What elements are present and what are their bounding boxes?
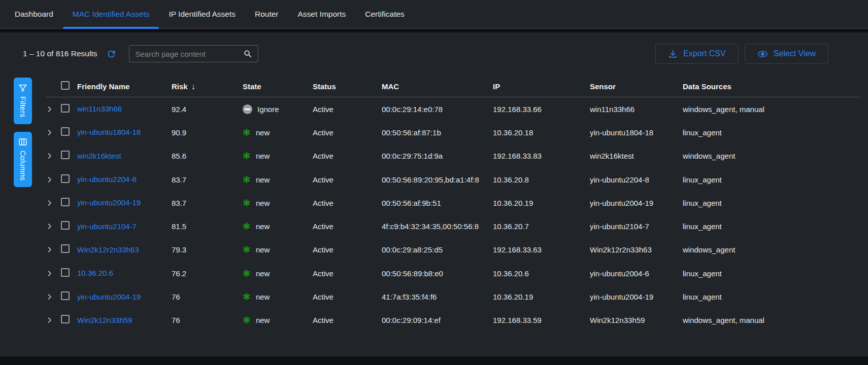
sort-descending-icon[interactable]: ↓	[191, 82, 195, 91]
friendly-name-link[interactable]: yin-ubuntu2004-19	[77, 293, 141, 301]
expand-row-chevron-icon[interactable]	[46, 316, 61, 324]
row-checkbox[interactable]	[61, 198, 70, 206]
data-sources-value: windows_agent, manual	[683, 316, 861, 324]
table-row: yin-ubuntu2004-19 83.7 ✱ new Active 00:5…	[46, 191, 861, 214]
row-checkbox[interactable]	[61, 244, 70, 253]
new-state-icon: ✱	[243, 269, 251, 278]
tab-router[interactable]: Router	[245, 0, 288, 28]
tab-certificates[interactable]: Certificates	[355, 0, 414, 28]
ip-value: 10.36.20.19	[493, 293, 590, 301]
expand-row-chevron-icon[interactable]	[46, 223, 61, 230]
friendly-name-link[interactable]: win2k16ktest	[77, 152, 121, 160]
friendly-name-link[interactable]: yin-ubuntu1804-18	[77, 128, 141, 136]
state-label: new	[256, 128, 270, 137]
row-checkbox[interactable]	[61, 174, 70, 183]
export-csv-label: Export CSV	[683, 49, 726, 58]
friendly-name-link[interactable]: Win2k12r2n33h63	[77, 245, 139, 254]
friendly-name-link[interactable]: yin-ubuntu2104-7	[77, 222, 137, 231]
data-sources-value: windows_agent	[683, 152, 861, 160]
columns-button[interactable]: Columns	[14, 132, 32, 187]
expand-row-chevron-icon[interactable]	[46, 246, 61, 253]
friendly-name-link[interactable]: Win2k12n33h59	[77, 316, 132, 324]
new-state-icon: ✱	[243, 315, 251, 325]
table-row: yin-ubuntu2004-19 76 ✱ new Active 41:7a:…	[46, 285, 861, 308]
row-checkbox[interactable]	[61, 221, 70, 230]
expand-row-chevron-icon[interactable]	[46, 270, 61, 277]
friendly-name-link[interactable]: yin-ubuntu2204-8	[77, 175, 137, 184]
status-value: Active	[313, 245, 382, 254]
column-header-data-sources[interactable]: Data Sources	[683, 82, 861, 91]
row-checkbox[interactable]	[61, 268, 70, 277]
select-all-checkbox[interactable]	[61, 81, 70, 90]
export-csv-button[interactable]: Export CSV	[655, 44, 739, 64]
search-box[interactable]	[129, 45, 258, 62]
mac-value: 00:50:56:af:87:1b	[382, 128, 493, 137]
toolbar: 1 – 10 of 816 Results Export CSV	[0, 32, 868, 64]
row-checkbox[interactable]	[61, 315, 70, 323]
risk-value: 85.6	[172, 152, 243, 160]
tab-asset-imports[interactable]: Asset Imports	[288, 0, 356, 28]
eye-icon	[757, 49, 768, 59]
ip-value: 192.168.33.59	[493, 316, 590, 324]
expand-row-chevron-icon[interactable]	[46, 105, 61, 113]
expand-row-chevron-icon[interactable]	[46, 129, 61, 136]
mac-value: 00:50:56:af:9b:51	[382, 199, 493, 207]
ip-value: 10.36.20.18	[493, 128, 590, 137]
column-header-state[interactable]: State	[243, 82, 313, 91]
status-value: Active	[313, 105, 382, 114]
friendly-name-link[interactable]: 10.36.20.6	[77, 269, 113, 277]
tab-mac-identified-assets[interactable]: MAC Identified Assets	[63, 0, 159, 28]
mac-value: 41:7a:f3:35:f4:f6	[382, 293, 493, 301]
new-state-icon: ✱	[243, 245, 251, 254]
row-checkbox[interactable]	[61, 291, 70, 300]
select-view-button[interactable]: Select View	[745, 44, 828, 64]
side-rail: Filters Columns	[14, 78, 32, 187]
search-icon[interactable]	[243, 49, 253, 59]
expand-row-chevron-icon[interactable]	[46, 293, 61, 301]
risk-value: 79.3	[172, 245, 243, 254]
content-panel: 1 – 10 of 816 Results Export CSV	[0, 32, 868, 356]
ip-value: 192.168.33.66	[493, 105, 590, 114]
tab-dashboard[interactable]: Dashboard	[5, 0, 63, 28]
state-label: new	[256, 152, 270, 160]
column-header-friendly-name[interactable]: Friendly Name	[77, 82, 172, 91]
mac-value: 4f:c9:b4:32:34:35,00:50:56:8	[382, 222, 493, 231]
expand-row-chevron-icon[interactable]	[46, 176, 61, 184]
status-value: Active	[313, 152, 382, 160]
sensor-value: Win2k12n33h59	[590, 316, 683, 324]
search-input[interactable]	[129, 50, 243, 58]
column-header-risk[interactable]: Risk↓	[172, 82, 243, 91]
refresh-icon[interactable]	[106, 48, 118, 60]
filters-button[interactable]: Filters	[14, 78, 32, 124]
tab-ip-identified-assets[interactable]: IP Identified Assets	[159, 0, 245, 28]
column-header-sensor[interactable]: Sensor	[590, 82, 683, 91]
friendly-name-link[interactable]: win11n33h66	[77, 104, 122, 113]
risk-value: 83.7	[172, 199, 243, 207]
data-sources-value: linux_agent	[683, 269, 861, 278]
row-checkbox[interactable]	[61, 151, 70, 159]
friendly-name-link[interactable]: yin-ubuntu2004-19	[77, 198, 141, 207]
ip-value: 192.168.33.83	[493, 152, 590, 160]
table-header-row: Friendly Name Risk↓ State Status MAC IP …	[46, 76, 861, 97]
risk-value: 83.7	[172, 175, 243, 184]
expand-row-chevron-icon[interactable]	[46, 152, 61, 160]
ip-value: 10.36.20.6	[493, 269, 590, 278]
status-value: Active	[313, 316, 382, 324]
mac-value: 00:0c:29:75:1d:9a	[382, 152, 493, 160]
expand-row-chevron-icon[interactable]	[46, 199, 61, 207]
row-checkbox[interactable]	[61, 127, 70, 136]
data-sources-value: linux_agent	[683, 293, 861, 301]
sensor-value: win11n33h66	[590, 105, 683, 114]
mac-value: 00:0c:29:a8:25:d5	[382, 245, 493, 254]
sensor-value: yin-ubuntu2004-6	[590, 269, 683, 278]
column-header-ip[interactable]: IP	[493, 82, 590, 91]
column-header-status[interactable]: Status	[313, 82, 382, 91]
ip-value: 10.36.20.19	[493, 199, 590, 207]
state-label: new	[256, 245, 270, 254]
column-header-mac[interactable]: MAC	[382, 82, 493, 91]
status-value: Active	[313, 222, 382, 231]
row-checkbox[interactable]	[61, 104, 70, 113]
table-row: yin-ubuntu2104-7 81.5 ✱ new Active 4f:c9…	[46, 214, 861, 238]
mac-value: 00:0c:29:14:e0:78	[382, 105, 493, 114]
mac-value: 00:0c:29:09:14:ef	[382, 316, 493, 324]
